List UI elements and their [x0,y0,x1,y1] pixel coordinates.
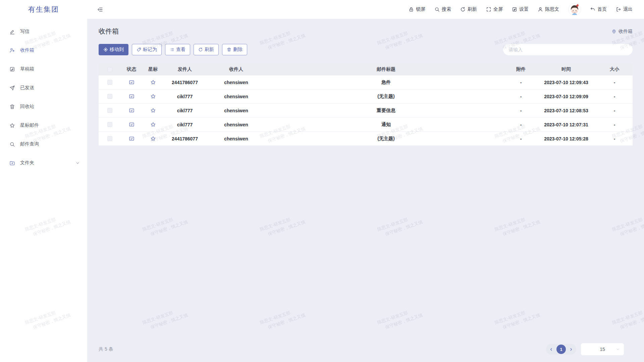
list-view-icon [170,47,174,52]
sidebar-item-drafts[interactable]: 草稿箱 [0,60,87,78]
global-search-button[interactable]: 搜索 [434,6,451,12]
cell-sender: 2441786077 [164,136,206,141]
mark-as-button[interactable]: 标记为 [132,44,162,55]
cell-subject[interactable]: 急件 [266,79,506,85]
sidebar: 有生集团 写信 收件箱 草稿箱 [0,0,87,362]
header-attachment: 附件 [506,66,536,72]
star-toggle-icon[interactable] [150,108,156,113]
settings-button[interactable]: 设置 [512,6,529,12]
lock-icon [409,7,414,12]
row-checkbox[interactable] [107,122,112,127]
logout-icon [616,7,621,12]
pager: 1 [546,344,576,355]
delete-button[interactable]: 删除 [222,44,247,55]
current-page-button[interactable]: 1 [556,345,566,354]
cell-size: - [596,108,633,113]
logout-label: 退出 [623,6,633,12]
move-to-label: 移动到 [110,47,124,53]
star-toggle-icon[interactable] [150,79,156,85]
topbar-actions: 锁屏 搜索 刷新 [409,3,633,16]
sidebar-item-mail-query[interactable]: 邮件查询 [0,135,87,154]
cell-attachment: - [506,108,536,113]
mail-status-icon[interactable] [129,122,135,127]
mail-table: 状态 星标 发件人 收件人 邮件标题 附件 时间 大小 2441786077ch… [99,63,633,146]
refresh-page-button[interactable]: 刷新 [460,6,477,12]
folder-plus-icon [9,160,15,166]
prev-page-icon[interactable] [549,347,553,352]
cell-time: 2023-07-10 12:08:53 [536,108,596,113]
page-title: 收件箱 [99,27,119,36]
global-search-label: 搜索 [442,6,451,12]
view-label: 查看 [176,47,185,53]
chevron-down-icon [75,161,80,165]
table-row[interactable]: 2441786077chensiwen急件-2023-07-10 12:09:4… [99,75,633,89]
tag-icon [137,47,141,52]
table-search-input[interactable] [508,47,627,52]
table-search-box [503,44,633,55]
row-checkbox[interactable] [107,136,112,141]
cell-subject[interactable]: 重要信息 [266,108,506,114]
cell-subject[interactable]: (无主题) [266,136,506,142]
row-checkbox[interactable] [107,94,112,99]
refresh-list-button[interactable]: 刷新 [194,44,219,55]
sidebar-item-sent[interactable]: 已发送 [0,78,87,97]
current-user-button[interactable]: 陈思文 [538,6,559,12]
sidebar-collapse-icon[interactable] [97,7,103,12]
header-time: 时间 [536,66,596,72]
draft-edit-icon [9,66,15,72]
sidebar-item-trash[interactable]: 回收站 [0,97,87,116]
cell-recipient: chensiwen [206,80,266,85]
header-sender: 发件人 [164,66,206,72]
undo-home-icon [590,7,595,12]
mail-status-icon[interactable] [129,108,135,113]
pencil-icon [9,29,15,35]
cell-subject[interactable]: 通知 [266,122,506,128]
sidebar-item-inbox[interactable]: 收件箱 [0,41,87,60]
table-row[interactable]: 2441786077chensiwen(无主题)-2023-07-10 12:0… [99,132,633,146]
mail-status-icon[interactable] [129,136,135,141]
send-icon [9,85,15,91]
table-row[interactable]: cikl777chensiwen通知-2023-07-10 12:07:31- [99,118,633,132]
brand-logo: 有生集团 [0,0,87,19]
sidebar-item-folders[interactable]: 文件夹 [0,154,87,172]
table-row[interactable]: cikl777chensiwen(无主题)-2023-07-10 12:09:0… [99,89,633,104]
cell-subject[interactable]: (无主题) [266,94,506,100]
page-size-value: 15 [600,347,605,352]
logout-button[interactable]: 退出 [616,6,633,12]
view-button[interactable]: 查看 [165,44,190,55]
lock-screen-label: 锁屏 [416,6,425,12]
row-checkbox[interactable] [107,108,112,113]
star-icon [9,123,15,128]
sidebar-item-label: 邮件查询 [20,141,39,147]
sidebar-item-starred[interactable]: 星标邮件 [0,116,87,135]
move-to-button[interactable]: 移动到 [99,44,128,55]
star-toggle-icon[interactable] [150,94,156,99]
next-page-icon[interactable] [569,347,573,352]
header-recipient: 收件人 [206,66,266,72]
sidebar-item-compose[interactable]: 写信 [0,22,87,41]
fullscreen-button[interactable]: 全屏 [486,6,503,12]
page-size-select[interactable]: 15 [581,343,624,355]
avatar[interactable] [568,3,581,16]
cell-size: - [596,80,633,85]
cell-sender: cikl777 [164,94,206,99]
cell-time: 2023-07-10 12:07:31 [536,122,596,127]
table-header-row: 状态 星标 发件人 收件人 邮件标题 附件 时间 大小 [99,63,633,75]
lock-screen-button[interactable]: 锁屏 [409,6,425,12]
select-all-checkbox[interactable] [107,67,112,72]
star-toggle-icon[interactable] [150,122,156,127]
header-size: 大小 [596,66,633,72]
content-header: 收件箱 收件箱 [99,27,633,36]
home-button[interactable]: 首页 [590,6,607,12]
star-toggle-icon[interactable] [150,136,156,141]
mail-status-icon[interactable] [129,94,135,99]
table-row[interactable]: cikl777chensiwen重要信息-2023-07-10 12:08:53… [99,104,633,118]
row-checkbox[interactable] [107,80,112,85]
cell-sender: cikl777 [164,108,206,113]
pagination-area: 1 15 [546,343,624,355]
mail-status-icon[interactable] [129,79,135,85]
header-subject: 邮件标题 [266,66,506,72]
chevron-down-icon [616,347,620,351]
cell-attachment: - [506,122,536,127]
breadcrumb: 收件箱 [611,28,633,35]
